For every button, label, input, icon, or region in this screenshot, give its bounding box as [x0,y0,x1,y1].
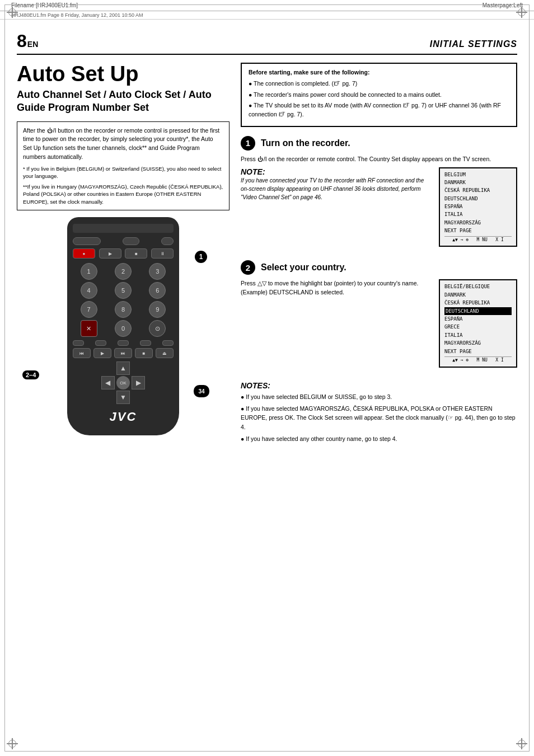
before-title: Before starting, make sure of the follow… [249,68,509,77]
btn-1 [73,237,101,245]
step1-body: Press ⏻/I on the recorder or remote cont… [241,155,517,164]
footnote-2: **If you live in Hungary (MAGYARORSZÁG),… [23,183,223,205]
screen1-mockup: BELGIUM DANMARK ČESKÁ REPUBLIKA DEUTSCHL… [439,167,517,247]
notes-list: If you have selected BELGIUM or SUISSE, … [241,392,517,444]
btn-eject: ⏏ [156,348,174,358]
s1-line-8: NEXT PAGE [444,227,512,234]
key-0: 0 [115,320,132,337]
step1-header: 1 Turn on the recorder. [241,136,517,151]
main-columns: Auto Set Up Auto Channel Set / Auto Cloc… [17,63,517,446]
subheader-left: HRJ480EU1.fm Page 8 Friday, January 12, … [11,12,143,18]
s2-line-2: DANMARK [444,291,512,299]
page-num-row: 8 EN INITIAL SETTINGS [17,31,517,55]
page-content: 8 EN INITIAL SETTINGS Auto Set Up Auto C… [0,20,534,457]
s1-line-5: ESPAÑA [444,203,512,210]
s2-line-8: MAGYARORSZÁG [444,339,512,347]
remote-container: ● ▶ ■ ⏸ 1 2 3 4 5 6 7 8 [17,217,229,435]
page-number: 8 [17,31,27,51]
dpad-up: ▲ [116,361,130,375]
header: Filename [HRJ480EU1.fm] Masterpage:Left [0,0,534,11]
key-1: 1 [81,263,97,280]
corner-tl [7,7,18,18]
sub-title: Auto Channel Set / Auto Clock Set / Auto… [17,88,229,115]
info-box: After the ⏻/I button on the recorder or … [17,121,229,210]
key-3: 3 [149,263,166,280]
btn-rec: ● [73,248,95,259]
dpad: ▲ ◀ OK ▶ ▼ [101,361,146,404]
key-x: ✕ [81,320,97,337]
key-2: 2 [115,263,132,280]
step2-header: 2 Select your country. [241,260,517,275]
step2-title: Select your country. [261,262,346,273]
s1-line-6: ITALIA [444,210,512,218]
key-4: 4 [81,282,97,299]
numpad: 1 2 3 4 5 6 7 8 9 ✕ 0 ⊙ [73,263,174,337]
step1-circle: 1 [241,136,255,151]
btn-stop: ■ [125,248,147,259]
s1-line-4: DEUTSCHLAND [444,195,512,203]
before-item-1: The connection is completed. (ℓℱ pg. 7) [249,79,509,88]
btn-rew: ⏮ [73,348,91,358]
small-btn-5 [162,340,174,346]
step1-title: Turn on the recorder. [261,138,350,148]
screen2-mockup: BELGIË/BELGIQUE DANMARK ČESKÁ REPUBLIKA … [439,279,517,367]
small-btn-3 [118,340,129,346]
step2-section: 2 Select your country. BELGIË/BELGIQUE D… [241,260,517,372]
key-8: 8 [115,301,132,318]
filename-label: Filename [HRJ480EU1.fm] [11,2,78,8]
dpad-ok: OK [116,376,130,389]
small-btn-4 [140,340,151,346]
s2-line-7: ITALIA [444,331,512,339]
remote-top-buttons [73,237,174,245]
note-item-1: If you have selected BELGIUM or SUISSE, … [241,392,517,402]
step2-content: BELGIË/BELGIQUE DANMARK ČESKÁ REPUBLIKA … [241,279,517,372]
s2-line-6: GRECE [444,323,512,331]
notes-section: NOTES: If you have selected BELGIUM or S… [241,381,517,444]
key-theta: ⊙ [149,320,166,337]
info-body: After the ⏻/I button on the recorder or … [23,127,219,160]
s2-highlighted: DEUTSCHLAND [444,307,512,315]
s2-line-9: NEXT PAGE [444,348,512,355]
s2-line-3: ČESKÁ REPUBLIKA [444,299,512,307]
right-column: Before starting, make sure of the follow… [241,63,517,446]
notes-title: NOTES: [241,381,517,390]
key-5: 5 [115,282,132,299]
note-item-2: If you have selected MAGYARORSZÁG, ČESKÁ… [241,404,517,432]
step1-content: BELGIUM DANMARK ČESKÁ REPUBLIKA DEUTSCHL… [241,167,517,252]
s1-line-7: MAGYARORSZÁG [444,219,512,227]
btn-2 [123,237,139,245]
step2-circle: 2 [241,260,255,275]
small-btn-1 [73,340,84,346]
step1-badge: 1 [195,251,207,263]
footnote-1: * If you live in Belgium (BELGIUM) or Sw… [23,165,223,180]
dpad-left: ◀ [101,376,115,389]
step34-badge: 3 4 [194,385,209,397]
small-btn-2 [95,340,106,346]
key-7: 7 [81,301,97,318]
before-box: Before starting, make sure of the follow… [241,63,517,127]
before-item-3: The TV should be set to its AV mode (wit… [249,101,509,119]
btn-ff: ⏭ [114,348,132,358]
btn-pause: ⏸ [151,248,174,259]
sub-header: HRJ480EU1.fm Page 8 Friday, January 12, … [0,11,534,20]
s2-nav: ▲▼ → ⊕ M NU X I [444,356,512,364]
s2-line-1: BELGIË/BELGIQUE [444,283,512,290]
key-9: 9 [149,301,166,318]
dpad-right: ▶ [132,376,145,389]
step24-badge: 2–4 [22,370,39,379]
before-list: The connection is completed. (ℓℱ pg. 7) … [249,79,509,119]
s1-nav: ▲▼ → ⊕ M NU X I [444,236,512,244]
btn-fwd: ▶ [93,348,111,358]
remote-control: ● ▶ ■ ⏸ 1 2 3 4 5 6 7 8 [67,217,179,435]
jvc-logo: JVC [73,410,174,424]
btn-stop2: ■ [135,348,153,358]
before-item-2: The recorder's mains power cord should b… [249,91,509,100]
btn-play: ▶ [99,248,121,259]
key-6: 6 [149,282,166,299]
left-column: Auto Set Up Auto Channel Set / Auto Cloc… [17,63,229,446]
section-title: INITIAL SETTINGS [430,39,517,49]
s2-line-5: ESPAÑA [444,315,512,323]
btn-3 [161,237,174,245]
page-suffix: EN [27,40,38,49]
corner-bl [7,738,18,749]
